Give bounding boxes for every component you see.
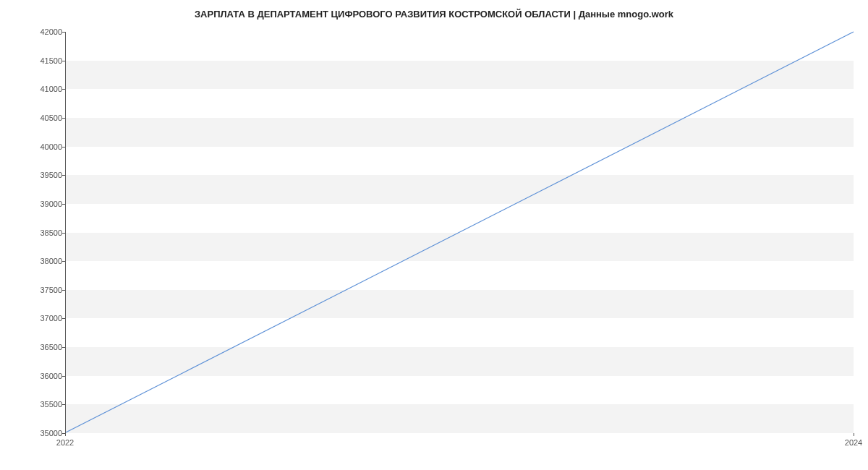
y-tick-label: 35000	[4, 429, 62, 437]
y-tick-mark	[62, 175, 65, 176]
y-tick-label: 42000	[4, 27, 62, 36]
chart-area: 3500035500360003650037000375003800038500…	[0, 25, 868, 451]
y-tick-label: 36500	[4, 343, 62, 351]
y-tick-label: 37500	[4, 286, 62, 294]
y-tick-label: 40500	[4, 114, 62, 122]
y-tick-mark	[62, 318, 65, 319]
y-tick-mark	[62, 32, 65, 33]
y-tick-label: 36000	[4, 372, 62, 380]
y-tick-mark	[62, 61, 65, 61]
y-tick-label: 40000	[4, 142, 62, 151]
y-tick-mark	[62, 376, 65, 377]
y-tick-label: 38500	[4, 228, 62, 237]
y-tick-mark	[62, 347, 65, 348]
y-tick-label: 41000	[4, 85, 62, 93]
line-series	[66, 32, 854, 432]
y-tick-mark	[62, 118, 65, 119]
y-tick-mark	[62, 89, 65, 90]
y-tick-mark	[62, 204, 65, 205]
y-tick-label: 35500	[4, 400, 62, 409]
y-tick-mark	[62, 290, 65, 291]
svg-line-0	[66, 32, 854, 432]
y-tick-label: 37000	[4, 314, 62, 322]
y-tick-mark	[62, 147, 65, 148]
y-tick-label: 38000	[4, 257, 62, 265]
y-tick-label: 39000	[4, 200, 62, 208]
y-tick-label: 39500	[4, 171, 62, 179]
x-tick-mark	[854, 433, 854, 436]
y-tick-mark	[62, 261, 65, 262]
plot-area	[65, 32, 854, 433]
y-tick-mark	[62, 233, 65, 234]
y-tick-mark	[62, 404, 65, 405]
chart-title: ЗАРПЛАТА В ДЕПАРТАМЕНТ ЦИФРОВОГО РАЗВИТИ…	[0, 0, 868, 25]
x-tick-mark	[65, 433, 66, 436]
x-tick-label: 2024	[845, 438, 862, 447]
x-tick-label: 2022	[56, 438, 74, 447]
y-tick-label: 41500	[4, 56, 62, 65]
